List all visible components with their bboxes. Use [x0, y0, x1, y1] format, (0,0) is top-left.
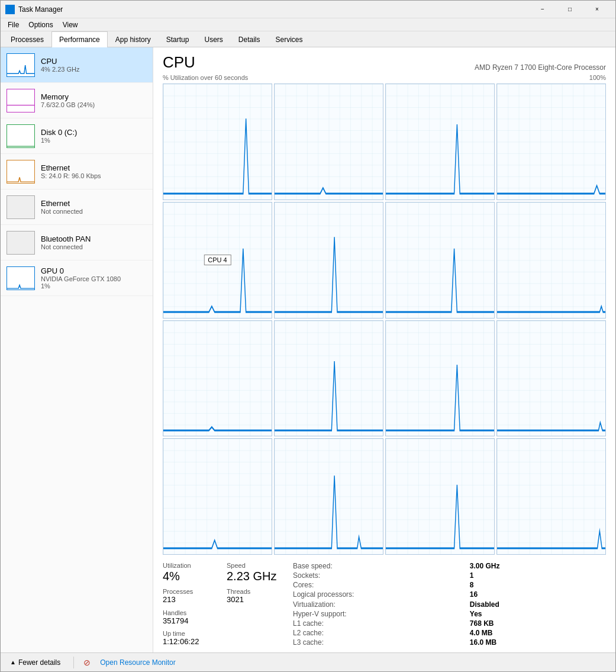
ethernet2-label: Ethernet: [41, 199, 147, 208]
memory-thumb: [7, 89, 35, 112]
menu-bar: File Options View: [1, 18, 615, 31]
title-bar: Task Manager − □ ×: [1, 1, 615, 18]
minimize-button[interactable]: −: [529, 1, 556, 18]
cpu-processor-name: AMD Ryzen 7 1700 Eight-Core Processor: [475, 63, 606, 72]
disk-label: Disk 0 (C:): [41, 128, 147, 137]
sidebar-item-bluetooth[interactable]: Bluetooth PAN Not connected: [1, 225, 153, 261]
speed-group: Speed 2.23 GHz: [227, 562, 281, 583]
sidebar-item-gpu[interactable]: GPU 0 NVIDIA GeForce GTX 1080 1%: [1, 261, 153, 296]
cpu-title: CPU: [163, 53, 195, 72]
uptime-group: Up time 1:12:06:22: [163, 630, 281, 647]
gpu-info: GPU 0 NVIDIA GeForce GTX 1080 1%: [41, 266, 147, 290]
cpu-detail: 4% 2.23 GHz: [41, 66, 147, 73]
maximize-button[interactable]: □: [556, 1, 583, 18]
cpu-graph-5: CPU 4: [163, 202, 272, 319]
graph-label: % Utilization over 60 seconds 100%: [163, 74, 606, 81]
ethernet2-detail: Not connected: [41, 208, 147, 215]
menu-file[interactable]: File: [3, 20, 24, 30]
svg-rect-2: [7, 10, 9, 13]
uptime-value: 1:12:06:22: [163, 637, 281, 647]
menu-view[interactable]: View: [58, 20, 83, 30]
l1-label: L1 cache:: [293, 619, 460, 628]
tab-services[interactable]: Services: [268, 31, 311, 47]
l2-label: L2 cache:: [293, 629, 460, 637]
cpu-graph-13: [163, 438, 272, 555]
sidebar-item-cpu[interactable]: CPU 4% 2.23 GHz: [1, 47, 153, 83]
tab-processes[interactable]: Processes: [3, 31, 51, 47]
l3-label: L3 cache:: [293, 638, 460, 647]
svg-rect-15: [497, 321, 605, 436]
sockets-label: Sockets:: [293, 571, 460, 580]
app-icon: [5, 5, 15, 14]
cpu-graphs-grid: CPU 4: [163, 83, 606, 555]
close-button[interactable]: ×: [583, 1, 611, 18]
speed-label: Speed: [227, 562, 281, 569]
virtualization-value: Disabled: [470, 600, 606, 609]
logical-label: Logical processors:: [293, 590, 460, 599]
disk-info: Disk 0 (C:) 1%: [41, 128, 147, 144]
svg-rect-3: [11, 10, 14, 13]
cpu-header: CPU AMD Ryzen 7 1700 Eight-Core Processo…: [163, 53, 606, 72]
menu-options[interactable]: Options: [24, 20, 57, 30]
sockets-value: 1: [470, 571, 606, 580]
svg-rect-10: [386, 202, 494, 318]
tab-startup[interactable]: Startup: [159, 31, 197, 47]
uptime-label: Up time: [163, 630, 281, 637]
base-speed-label: Base speed:: [293, 562, 460, 570]
svg-rect-19: [497, 439, 605, 554]
sidebar: CPU 4% 2.23 GHz Memory 7.6/32.0 GB (24%): [1, 47, 153, 652]
fewer-details-label: Fewer details: [18, 658, 60, 667]
cpu-info: CPU 4% 2.23 GHz: [41, 57, 147, 73]
threads-value: 3021: [227, 595, 281, 605]
cpu-graph-16: [496, 438, 606, 555]
cpu-graph-10: [274, 320, 383, 437]
svg-rect-6: [386, 84, 494, 200]
cpu-graph-9: [163, 320, 272, 437]
disk-thumb: [7, 124, 35, 148]
open-monitor-icon: ⊘: [83, 658, 91, 667]
l1-value: 768 KB: [470, 619, 606, 628]
footer: ▲ Fewer details ⊘ Open Resource Monitor: [1, 652, 615, 671]
cpu4-tooltip: CPU 4: [204, 255, 231, 265]
processes-label: Processes: [163, 588, 217, 595]
handles-label: Handles: [163, 609, 188, 616]
tab-details[interactable]: Details: [231, 31, 268, 47]
cpu-graph-14: [274, 438, 383, 555]
sidebar-item-ethernet1[interactable]: Ethernet S: 24.0 R: 96.0 Kbps: [1, 154, 153, 189]
gpu-label: GPU 0: [41, 266, 147, 275]
open-resource-monitor-link[interactable]: Open Resource Monitor: [100, 658, 175, 667]
threads-label: Threads: [227, 588, 281, 595]
tab-users[interactable]: Users: [196, 31, 230, 47]
l2-value: 4.0 MB: [470, 629, 606, 637]
processes-value: 213: [163, 595, 217, 605]
cpu-panel: CPU AMD Ryzen 7 1700 Eight-Core Processo…: [153, 47, 615, 652]
cpu-label: CPU: [41, 57, 147, 66]
cpu-graph-3: [385, 83, 495, 200]
sidebar-item-memory[interactable]: Memory 7.6/32.0 GB (24%): [1, 83, 153, 118]
utilization-group: Utilization 4%: [163, 562, 217, 583]
sidebar-item-disk[interactable]: Disk 0 (C:) 1%: [1, 118, 153, 154]
l3-value: 16.0 MB: [470, 638, 606, 647]
utilization-label: Utilization: [163, 562, 217, 569]
fewer-details-button[interactable]: ▲ Fewer details: [7, 656, 64, 669]
tab-app-history[interactable]: App history: [108, 31, 159, 47]
sidebar-item-ethernet2[interactable]: Ethernet Not connected: [1, 189, 153, 225]
bluetooth-thumb: [7, 231, 35, 255]
cores-value: 8: [470, 581, 606, 589]
cpu-graph-2: [274, 83, 383, 200]
svg-rect-1: [11, 6, 14, 9]
svg-rect-13: [275, 321, 383, 436]
tab-performance[interactable]: Performance: [51, 31, 108, 47]
gpu-thumb: [7, 266, 35, 290]
svg-rect-7: [497, 84, 605, 200]
ethernet1-detail: S: 24.0 R: 96.0 Kbps: [41, 172, 147, 179]
cores-label: Cores:: [293, 581, 460, 589]
ethernet2-thumb: [7, 195, 35, 219]
handles-value: 351794: [163, 616, 188, 626]
ethernet2-info: Ethernet Not connected: [41, 199, 147, 215]
bluetooth-detail: Not connected: [41, 243, 147, 250]
logical-value: 16: [470, 590, 606, 599]
graph-label-text: % Utilization over 60 seconds: [163, 74, 248, 81]
ethernet1-thumb: [7, 160, 35, 184]
cpu-graph-12: [496, 320, 606, 437]
